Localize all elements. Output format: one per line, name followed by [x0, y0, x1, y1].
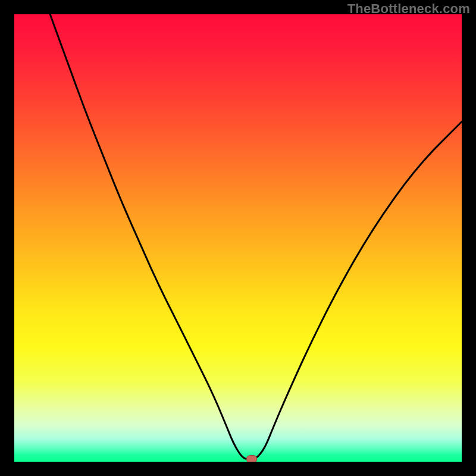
optimal-marker — [246, 455, 257, 462]
curve-path — [50, 14, 462, 459]
chart-frame: TheBottleneck.com — [0, 0, 476, 476]
bottleneck-curve — [14, 14, 462, 462]
plot-area — [14, 14, 462, 462]
